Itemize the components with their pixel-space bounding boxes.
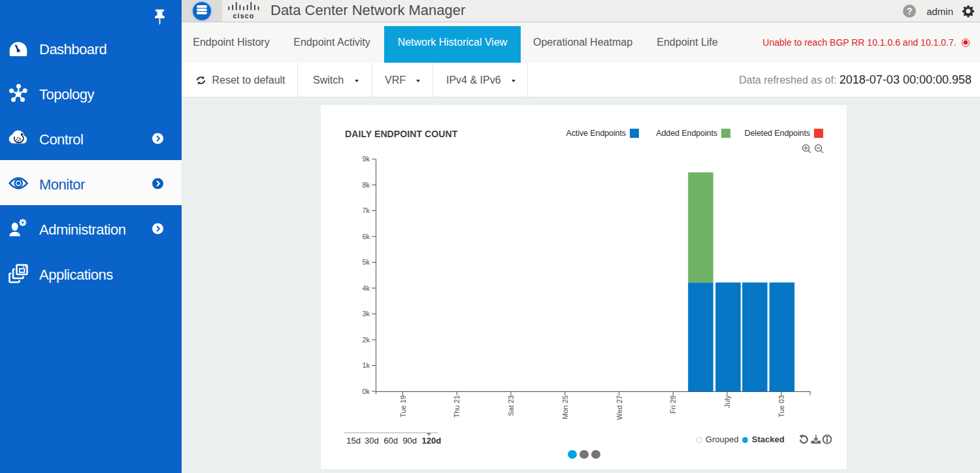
svg-text:2k: 2k — [362, 336, 370, 344]
svg-text:Fri 29: Fri 29 — [669, 395, 677, 414]
svg-text:7k: 7k — [362, 206, 370, 214]
svg-text:0k: 0k — [362, 387, 370, 395]
svg-text:8k: 8k — [362, 181, 370, 189]
svg-text:Thu 21: Thu 21 — [453, 395, 461, 417]
svg-text:Wed 27: Wed 27 — [615, 395, 623, 420]
svg-text:Sat 23: Sat 23 — [507, 395, 515, 416]
svg-text:3k: 3k — [362, 310, 370, 318]
svg-text:Mon 25: Mon 25 — [561, 395, 569, 419]
svg-text:July: July — [723, 395, 731, 408]
svg-text:4k: 4k — [362, 284, 370, 292]
svg-text:cisco: cisco — [233, 12, 254, 20]
svg-text:5k: 5k — [362, 258, 370, 266]
svg-text:9k: 9k — [362, 155, 370, 163]
svg-text:Tue 19: Tue 19 — [399, 395, 407, 417]
svg-text:Tue 03: Tue 03 — [777, 395, 785, 417]
svg-text:6k: 6k — [362, 233, 370, 240]
svg-text:1k: 1k — [362, 361, 370, 369]
